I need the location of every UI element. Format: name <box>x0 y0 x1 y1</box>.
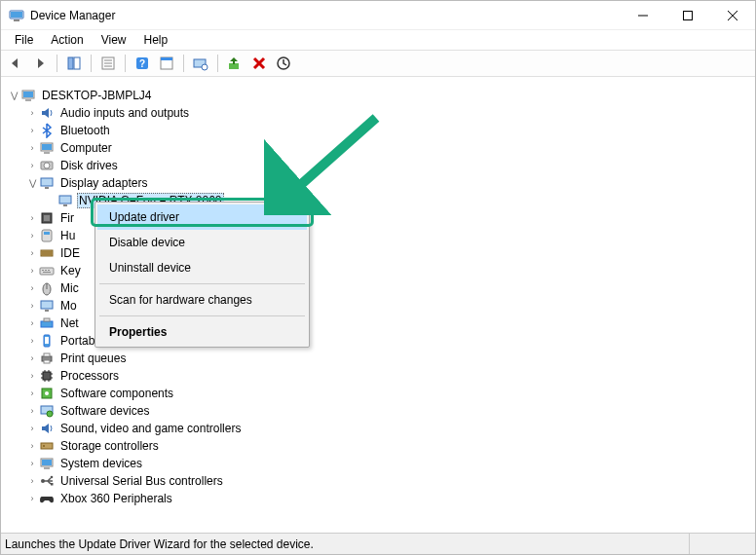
expand-icon[interactable]: › <box>25 126 39 135</box>
expand-icon[interactable]: › <box>25 476 39 486</box>
tree-category-printqueues[interactable]: ›Print queues <box>25 350 755 367</box>
expand-icon[interactable]: › <box>25 494 39 503</box>
expand-icon[interactable]: › <box>25 459 39 468</box>
expand-icon[interactable]: › <box>25 231 39 240</box>
svg-rect-24 <box>23 92 33 97</box>
svg-rect-45 <box>48 270 50 271</box>
toolbar-separator <box>217 55 218 72</box>
help-button[interactable]: ? <box>132 53 153 74</box>
ctx-separator <box>99 315 305 316</box>
tree-category-storage[interactable]: ›Storage controllers <box>25 437 755 455</box>
maximize-button[interactable] <box>665 1 710 30</box>
expand-icon[interactable]: › <box>25 301 39 311</box>
svg-rect-39 <box>41 250 53 256</box>
expand-icon[interactable]: › <box>25 371 39 381</box>
monitor-icon <box>39 298 55 314</box>
tree-category-display[interactable]: ⋁Display adapters <box>25 174 755 192</box>
expand-icon[interactable]: › <box>25 441 39 451</box>
keyboard-icon <box>39 263 55 278</box>
window-title: Device Manager <box>30 9 115 22</box>
tree-category-computer[interactable]: ›Computer <box>25 139 755 157</box>
expand-icon[interactable]: › <box>25 424 39 433</box>
menu-view[interactable]: View <box>94 31 134 49</box>
svg-point-30 <box>44 163 50 168</box>
toolbar-separator <box>183 55 184 72</box>
expand-icon[interactable]: › <box>25 318 39 328</box>
svg-rect-57 <box>44 360 50 363</box>
expand-icon[interactable]: › <box>25 108 39 118</box>
tree-category-system[interactable]: ›System devices <box>25 455 755 472</box>
collapse-icon[interactable]: ⋁ <box>25 178 39 188</box>
software-device-icon <box>39 403 55 419</box>
expand-icon[interactable]: › <box>25 143 39 153</box>
mouse-icon <box>39 280 55 296</box>
minimize-button[interactable] <box>621 1 665 30</box>
software-component-icon <box>39 386 55 401</box>
bluetooth-icon <box>39 123 55 138</box>
forward-button[interactable] <box>29 53 51 74</box>
ctx-update-driver[interactable]: Update driver <box>97 204 307 230</box>
svg-rect-28 <box>44 152 50 154</box>
gamepad-icon <box>39 491 55 506</box>
tree-category-xbox[interactable]: ›Xbox 360 Peripherals <box>25 490 755 507</box>
svg-rect-8 <box>74 57 80 69</box>
expand-icon[interactable]: › <box>25 266 39 276</box>
svg-rect-51 <box>41 321 53 327</box>
node-label: System devices <box>58 457 144 470</box>
tree-category-audio[interactable]: ›Audio inputs and outputs <box>25 104 755 122</box>
svg-rect-44 <box>45 270 47 271</box>
statusbar: Launches the Update Driver Wizard for th… <box>1 533 755 554</box>
svg-rect-46 <box>43 272 51 273</box>
svg-rect-31 <box>41 178 53 186</box>
expand-icon[interactable]: › <box>25 388 39 398</box>
uninstall-device-button[interactable] <box>248 53 270 74</box>
menu-action[interactable]: Action <box>43 31 91 49</box>
svg-rect-42 <box>40 268 54 275</box>
expand-icon[interactable]: › <box>25 353 39 363</box>
node-label: Processors <box>58 369 121 383</box>
collapse-icon[interactable]: ⋁ <box>7 91 20 100</box>
close-button[interactable] <box>710 1 755 30</box>
svg-rect-81 <box>51 483 54 486</box>
expand-icon[interactable]: › <box>25 161 39 170</box>
expand-icon[interactable]: › <box>25 406 39 416</box>
ctx-disable-device[interactable]: Disable device <box>97 230 307 255</box>
computer-root-icon <box>20 88 36 103</box>
svg-rect-37 <box>42 230 52 241</box>
tree-category-swdevices[interactable]: ›Software devices <box>25 402 755 420</box>
tree-category-swcomponents[interactable]: ›Software components <box>25 385 755 402</box>
toolbar-separator <box>125 55 126 72</box>
update-driver-button[interactable] <box>224 53 246 74</box>
svg-rect-4 <box>684 11 693 19</box>
svg-text:?: ? <box>139 58 145 69</box>
scan-hardware-button[interactable] <box>190 53 211 74</box>
expand-icon[interactable]: › <box>25 213 39 223</box>
back-button[interactable] <box>5 53 26 74</box>
tree-root[interactable]: ⋁ DESKTOP-JBMPLJ4 <box>7 87 755 104</box>
tree-category-diskdrives[interactable]: ›Disk drives <box>25 157 755 174</box>
menu-file[interactable]: File <box>7 31 41 49</box>
menu-help[interactable]: Help <box>136 31 176 49</box>
show-hide-tree-button[interactable] <box>63 53 85 74</box>
system-icon <box>39 456 55 471</box>
expand-icon[interactable]: › <box>25 283 39 293</box>
action-button[interactable] <box>156 53 177 74</box>
svg-rect-36 <box>44 215 50 221</box>
ctx-uninstall-device[interactable]: Uninstall device <box>97 255 307 280</box>
tree-category-usb[interactable]: ›Universal Serial Bus controllers <box>25 472 755 490</box>
svg-rect-38 <box>44 232 50 235</box>
ctx-properties[interactable]: Properties <box>97 319 307 345</box>
disable-device-button[interactable] <box>273 53 294 74</box>
expand-icon[interactable]: › <box>25 248 39 258</box>
svg-rect-16 <box>161 57 172 60</box>
svg-rect-75 <box>44 467 50 469</box>
sound-icon <box>39 421 55 436</box>
tree-category-sound[interactable]: ›Sound, video and game controllers <box>25 420 755 437</box>
tree-category-bluetooth[interactable]: ›Bluetooth <box>25 122 755 139</box>
tree-category-processors[interactable]: ›Processors <box>25 367 755 385</box>
properties-button[interactable] <box>97 53 119 74</box>
network-icon <box>39 315 55 331</box>
ctx-scan-hardware[interactable]: Scan for hardware changes <box>97 287 307 313</box>
svg-rect-71 <box>41 443 53 449</box>
expand-icon[interactable]: › <box>25 336 39 346</box>
